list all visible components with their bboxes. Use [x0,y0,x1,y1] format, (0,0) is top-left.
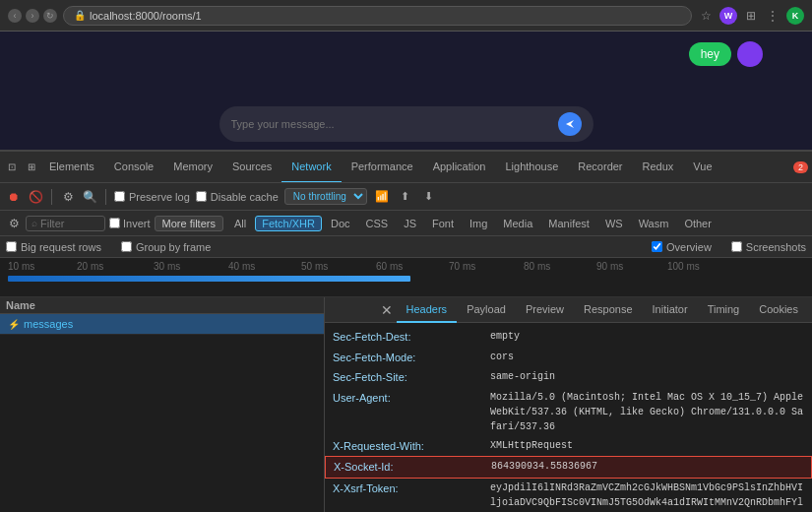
big-request-rows-option[interactable]: Big request rows [6,241,101,253]
wifi-icon[interactable]: 📶 [373,188,391,206]
refresh-button[interactable]: ↻ [43,9,57,23]
tab-sources[interactable]: Sources [222,152,281,183]
type-font[interactable]: Font [425,216,461,231]
user-avatar-purple: W [719,7,737,25]
menu-icon[interactable]: ⋮ [765,8,781,24]
type-manifest[interactable]: Manifest [541,216,596,231]
detail-tab-cookies[interactable]: Cookies [749,297,808,323]
tab-elements[interactable]: Elements [39,152,104,183]
forward-button[interactable]: › [26,9,39,23]
preserve-log-checkbox[interactable]: Preserve log [114,191,190,203]
network-toolbar: ⏺ 🚫 ⚙ 🔍 Preserve log Disable cache No th… [0,183,812,211]
throttle-select[interactable]: No throttling [284,188,367,205]
record-button[interactable]: ⏺ [6,189,22,205]
tab-vue[interactable]: Vue [683,152,721,183]
screenshots-input[interactable] [731,241,742,252]
screenshots-option[interactable]: Screenshots [731,241,806,253]
tab-memory[interactable]: Memory [163,152,222,183]
preserve-log-label: Preserve log [129,191,190,203]
badge-count: 2 [793,161,808,173]
header-value: XMLHttpRequest [490,438,573,455]
type-all[interactable]: All [227,216,253,231]
extensions-icon[interactable]: ⊞ [743,8,759,24]
header-name: Sec-Fetch-Mode: [333,350,490,366]
type-js[interactable]: JS [397,216,423,231]
header-value: eyJpdilI6lINRd3RaZmVCZmh2cGJkWHBSNm1VbGc… [490,480,804,513]
import-icon[interactable]: ⬆ [397,188,414,206]
header-row: Sec-Fetch-Site:same-origin [325,367,812,388]
filter-input[interactable] [40,218,99,229]
type-doc[interactable]: Doc [324,216,357,231]
browser-chrome: ‹ › ↻ 🔒 localhost:8000/rooms/1 ☆ W ⊞ ⋮ K [0,0,812,32]
header-row: Sec-Fetch-Dest:empty [325,327,812,348]
filter-input-wrap: ⌕ [26,216,105,231]
type-other[interactable]: Other [677,216,718,231]
detail-tab-timing[interactable]: Timing [698,297,750,323]
back-button[interactable]: ‹ [8,9,22,23]
type-ws[interactable]: WS [598,216,630,231]
filter-icon[interactable]: ⚙ [60,189,76,205]
invert-label: Invert [123,218,151,229]
detail-tab-initiator[interactable]: Initiator [643,297,698,323]
tab-performance[interactable]: Performance [342,152,423,183]
send-button[interactable] [558,112,582,136]
name-column-header: Name [6,299,35,311]
timeline-progress [8,276,410,282]
websocket-icon: ⚡ [8,319,20,330]
preserve-log-input[interactable] [114,191,125,202]
separator-2 [105,189,106,205]
tab-console[interactable]: Console [104,152,163,183]
devtools-dock-icon[interactable]: ⊡ [4,160,20,175]
screenshots-label: Screenshots [746,241,806,253]
detail-tab-response[interactable]: Response [574,297,643,323]
type-css[interactable]: CSS [359,216,396,231]
big-request-rows-input[interactable] [6,241,17,252]
clear-button[interactable]: 🚫 [28,189,43,205]
header-row: X-Xsrf-Token:eyJpdilI6lINRd3RaZmVCZmh2cG… [325,479,812,513]
url-text: localhost:8000/rooms/1 [90,10,202,22]
detail-tab-preview[interactable]: Preview [516,297,574,323]
star-icon[interactable]: ☆ [698,8,714,24]
search-icon[interactable]: 🔍 [82,189,97,205]
avatar [737,41,763,67]
timeline-60ms: 60 ms [376,261,403,272]
request-item-messages[interactable]: ⚡ messages [0,314,324,335]
tab-network[interactable]: Network [281,152,341,183]
detail-tab-headers[interactable]: Headers [397,297,458,323]
column-headers: Name [0,297,324,314]
type-media[interactable]: Media [496,216,539,231]
overview-input[interactable] [652,241,662,252]
timeline-labels: 10 ms 20 ms 30 ms 40 ms 50 ms 60 ms 70 m… [8,258,812,274]
message-input[interactable] [231,118,552,130]
filter-toggle-icon[interactable]: ⚙ [6,216,22,231]
tab-lighthouse[interactable]: Lighthouse [495,152,568,183]
headers-content: Sec-Fetch-Dest:emptySec-Fetch-Mode:corsS… [325,323,812,512]
group-by-frame-input[interactable] [121,241,132,252]
detail-tab-payload[interactable]: Payload [457,297,516,323]
disable-cache-input[interactable] [196,191,207,202]
close-detail-button[interactable]: ✕ [377,302,397,318]
timeline-bar: 10 ms 20 ms 30 ms 40 ms 50 ms 60 ms 70 m… [0,258,812,297]
message-row: hey [310,41,763,67]
overview-label: Overview [666,241,712,253]
group-by-frame-option[interactable]: Group by frame [121,241,211,253]
main-content: Name ⚡ messages ✕ Headers Payload Previe… [0,297,812,512]
export-icon[interactable]: ⬇ [420,188,438,206]
tab-redux[interactable]: Redux [633,152,684,183]
tab-application[interactable]: Application [423,152,496,183]
devtools-inspect-icon[interactable]: ⊞ [24,160,39,175]
type-wasm[interactable]: Wasm [632,216,676,231]
timeline-40ms: 40 ms [228,261,255,272]
type-img[interactable]: Img [463,216,494,231]
message-input-row [219,106,593,142]
timeline-10ms: 10 ms [8,261,34,272]
type-fetch-xhr[interactable]: Fetch/XHR [255,216,322,231]
right-panel: ✕ Headers Payload Preview Response Initi… [325,297,812,512]
more-filters-button[interactable]: More filters [155,216,223,231]
invert-checkbox[interactable]: Invert [109,218,151,229]
invert-input[interactable] [109,218,120,228]
overview-option[interactable]: Overview [652,241,712,253]
address-bar[interactable]: 🔒 localhost:8000/rooms/1 [63,6,692,26]
disable-cache-checkbox[interactable]: Disable cache [196,191,279,203]
tab-recorder[interactable]: Recorder [568,152,632,183]
